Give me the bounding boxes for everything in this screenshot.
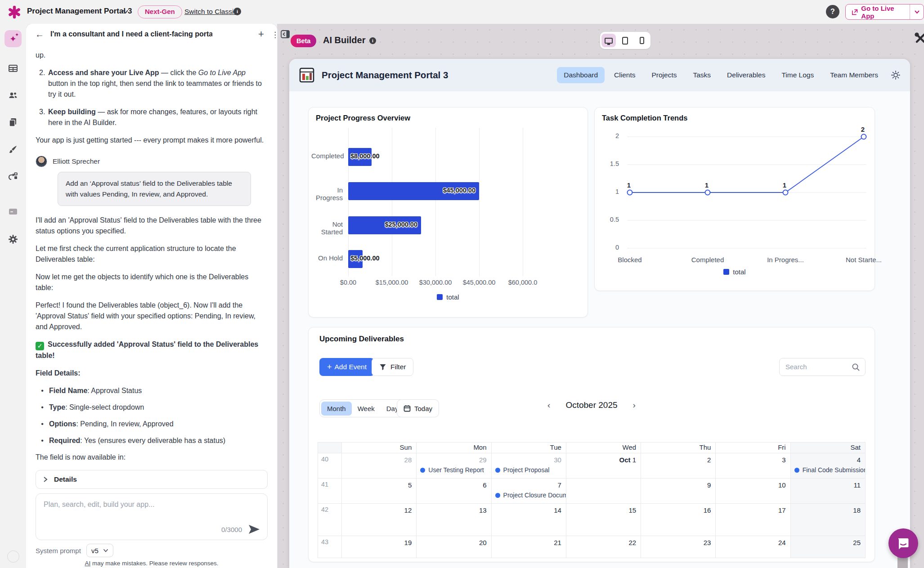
prev-month-icon[interactable]: ‹ bbox=[547, 400, 550, 410]
event-item[interactable]: Project Proposal bbox=[495, 466, 566, 474]
collapse-panel-icon[interactable] bbox=[281, 30, 290, 38]
gridline bbox=[392, 128, 392, 276]
week-number: 43 bbox=[318, 536, 342, 558]
calendar-day-cell[interactable]: 18 bbox=[791, 504, 866, 536]
calendar-day-cell[interactable]: 29User Testing Report bbox=[417, 453, 491, 479]
ai-disclaimer: AI may make mistakes. Please review resp… bbox=[26, 560, 277, 567]
tab-tasks[interactable]: Tasks bbox=[686, 67, 718, 83]
date-number: 7 bbox=[492, 479, 566, 489]
line-chart-title: Task Completion Trends bbox=[602, 114, 687, 122]
ai-builder-title: AI Builder bbox=[323, 35, 365, 45]
calendar-day-cell[interactable]: 20 bbox=[417, 536, 491, 558]
calendar-day-cell[interactable]: 17 bbox=[716, 504, 790, 536]
calendar-day-cell[interactable]: 11 bbox=[791, 479, 866, 504]
calendar-day-cell[interactable]: 21 bbox=[492, 536, 566, 558]
sidebar-item-ai-builder[interactable]: ✦✦ bbox=[4, 30, 22, 47]
chat-transcript[interactable]: up.2.Access and share your Live App — cl… bbox=[26, 45, 277, 465]
calendar-day-cell[interactable]: 2 bbox=[641, 453, 716, 479]
event-item[interactable]: Project Closure Docume bbox=[495, 492, 566, 499]
support-chat-button[interactable] bbox=[888, 528, 918, 558]
send-icon[interactable] bbox=[248, 524, 260, 535]
date-number: 13 bbox=[417, 504, 491, 514]
chat-paragraph: Field Details: bbox=[36, 368, 265, 379]
back-icon[interactable]: ← bbox=[35, 29, 44, 40]
calendar-day-cell[interactable]: 22 bbox=[566, 536, 641, 558]
system-prompt-version-select[interactable]: v5 bbox=[86, 544, 113, 557]
mobile-view-button[interactable] bbox=[635, 34, 649, 47]
system-prompt-label: System prompt bbox=[36, 547, 81, 555]
calendar-day-cell[interactable]: Oct 1 bbox=[566, 453, 641, 479]
tab-time-logs[interactable]: Time Logs bbox=[775, 67, 821, 83]
tablet-view-button[interactable] bbox=[618, 34, 632, 47]
sidebar-item-users[interactable] bbox=[4, 87, 22, 104]
gridline bbox=[435, 128, 436, 276]
desktop-view-button[interactable] bbox=[601, 34, 616, 47]
sidebar-item-billing[interactable] bbox=[4, 203, 22, 220]
calendar-search-input[interactable]: Search bbox=[779, 358, 866, 376]
add-event-button[interactable]: +Add Event bbox=[319, 358, 374, 376]
calendar-day-cell[interactable]: 24 bbox=[716, 536, 790, 558]
calendar-day-cell[interactable]: 19 bbox=[342, 536, 417, 558]
date-number: 20 bbox=[417, 536, 491, 546]
calendar-day-cell[interactable]: 30Project Proposal bbox=[492, 453, 566, 479]
user-message-name: Elliott Sprecher bbox=[53, 156, 100, 166]
y-axis-tick-label: 2 bbox=[598, 132, 619, 139]
calendar-day-cell[interactable]: 28 bbox=[342, 453, 417, 479]
calendar-day-cell[interactable]: 6 bbox=[417, 479, 491, 504]
calendar-day-cell[interactable]: 16 bbox=[641, 504, 716, 536]
sidebar-item-tables[interactable] bbox=[4, 60, 22, 77]
date-number: 4 bbox=[791, 453, 865, 464]
calendar-day-cell[interactable]: 23 bbox=[641, 536, 716, 558]
help-button[interactable]: ? bbox=[826, 5, 839, 18]
calendar-grid: SunMonTueWedThuFriSat402829User Testing … bbox=[318, 442, 866, 558]
day-header-fri: Fri bbox=[716, 443, 790, 453]
calendar-day-cell[interactable]: 3 bbox=[716, 453, 790, 479]
switch-to-classic-link[interactable]: Switch to Classic bbox=[184, 8, 237, 16]
user-avatar[interactable] bbox=[7, 550, 19, 563]
calendar-day-cell[interactable]: 5 bbox=[342, 479, 417, 504]
tab-team-members[interactable]: Team Members bbox=[823, 67, 885, 83]
tab-clients[interactable]: Clients bbox=[607, 67, 642, 83]
go-live-dropdown-chevron[interactable] bbox=[910, 4, 924, 19]
builder-info-icon[interactable]: i bbox=[369, 37, 376, 44]
chat-menu-icon[interactable]: ⋮ bbox=[271, 30, 279, 40]
tab-projects[interactable]: Projects bbox=[645, 67, 683, 83]
next-month-icon[interactable]: › bbox=[633, 400, 636, 410]
event-item[interactable]: Final Code Submission bbox=[794, 466, 865, 474]
event-dot-icon bbox=[794, 468, 799, 473]
event-item[interactable]: User Testing Report bbox=[420, 466, 491, 474]
tab-deliverables[interactable]: Deliverables bbox=[720, 67, 772, 83]
users-icon bbox=[8, 90, 18, 101]
sidebar-item-theme[interactable] bbox=[4, 141, 22, 158]
go-to-live-app-button[interactable]: Go to Live App bbox=[845, 4, 924, 20]
calendar-day-cell[interactable]: 7Project Closure Docume bbox=[492, 479, 566, 504]
calendar-day-cell[interactable]: 25 bbox=[791, 536, 866, 558]
sidebar-item-settings[interactable] bbox=[4, 231, 22, 248]
sidebar-item-pages[interactable] bbox=[4, 114, 22, 131]
event-dot-icon bbox=[495, 493, 500, 498]
calendar-day-cell[interactable]: 10 bbox=[716, 479, 790, 504]
bar-category-label: In Progress bbox=[311, 186, 343, 201]
workspace-chevron-down-icon[interactable] bbox=[122, 9, 129, 14]
new-chat-icon[interactable]: + bbox=[258, 28, 264, 40]
dev-tools-icon[interactable] bbox=[914, 32, 924, 45]
calendar-day-cell[interactable]: 15 bbox=[566, 504, 641, 536]
x-axis-category-label: Not Starte... bbox=[830, 256, 897, 264]
chat-success-line: ✓Successfully added 'Approval Status' fi… bbox=[36, 339, 265, 361]
calendar-day-cell[interactable]: 9 bbox=[641, 479, 716, 504]
classic-info-icon[interactable]: i bbox=[233, 8, 241, 15]
char-counter: 0/3000 bbox=[221, 526, 242, 533]
calendar-day-cell[interactable]: 12 bbox=[342, 504, 417, 536]
filter-button[interactable]: Filter bbox=[372, 358, 413, 376]
details-accordion[interactable]: Details bbox=[36, 470, 268, 489]
prompt-input[interactable]: Plan, search, edit, build your app... 0/… bbox=[36, 493, 268, 540]
theme-sun-icon[interactable] bbox=[891, 71, 900, 80]
calendar-day-cell[interactable] bbox=[566, 479, 641, 504]
calendar-day-cell[interactable]: 4Final Code Submission bbox=[791, 453, 866, 479]
list-text: Keep building — ask for more changes, fe… bbox=[48, 107, 265, 128]
tab-dashboard[interactable]: Dashboard bbox=[557, 67, 605, 83]
calendar-day-cell[interactable]: 13 bbox=[417, 504, 491, 536]
sidebar-item-automations[interactable] bbox=[4, 168, 22, 185]
day-header-sun: Sun bbox=[342, 443, 417, 453]
calendar-day-cell[interactable]: 14 bbox=[492, 504, 566, 536]
